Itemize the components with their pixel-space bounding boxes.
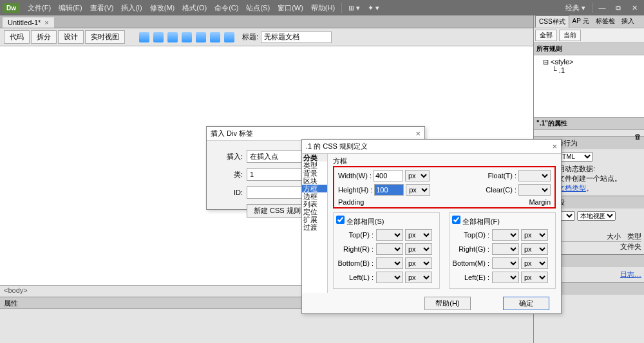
new-css-rule-button[interactable]: 新建 CSS 规则 — [247, 204, 308, 218]
padding-left-input[interactable] — [376, 272, 403, 283]
padding-same-checkbox[interactable]: 全部相同(S) — [336, 216, 437, 227]
tool-icon-4[interactable] — [182, 32, 192, 42]
view-code-button[interactable]: 代码 — [4, 30, 30, 44]
rules-tree[interactable]: ⊟ <style> └ .1 — [534, 55, 644, 117]
tab-current[interactable]: 当前 — [559, 30, 581, 41]
width-label: Width(W) : — [338, 172, 372, 180]
log-link[interactable]: 日志… — [620, 270, 641, 278]
menu-commands[interactable]: 命令(C) — [211, 2, 242, 14]
tree-style-node[interactable]: ⊟ <style> — [536, 58, 641, 66]
menu-file[interactable]: 文件(F) — [24, 2, 55, 14]
padding-right-unit[interactable]: px — [405, 243, 432, 255]
padding-bottom-unit[interactable]: px — [405, 257, 432, 269]
menu-edit[interactable]: 编辑(E) — [55, 2, 86, 14]
cat-position[interactable]: 定位 — [302, 208, 327, 216]
tool-icon-2[interactable] — [153, 32, 164, 42]
height-unit-select[interactable]: px — [406, 184, 430, 196]
float-label: Float(T) : — [488, 172, 516, 180]
tab-close-icon[interactable]: × — [44, 19, 48, 26]
clear-select[interactable] — [518, 184, 551, 196]
margin-group: 全部相同(F) Top(O) :px Right(G) :px Bottom(M… — [449, 212, 556, 289]
view-live-button[interactable]: 实时视图 — [85, 30, 125, 44]
tool-icon[interactable]: ✦ ▾ — [364, 3, 383, 14]
ok-button[interactable]: 确定 — [503, 297, 549, 310]
css-dialog-close-icon[interactable]: × — [552, 142, 557, 151]
cat-list[interactable]: 列表 — [302, 200, 327, 208]
cat-border[interactable]: 边框 — [302, 192, 327, 200]
title-input[interactable] — [261, 32, 332, 43]
id-label: ID: — [218, 189, 243, 196]
dialog-close-icon[interactable]: × — [415, 129, 421, 138]
margin-right-input[interactable] — [492, 243, 519, 255]
view-design-button[interactable]: 设计 — [58, 30, 84, 44]
css-dialog-titlebar[interactable]: .1 的 CSS 规则定义 × — [302, 140, 561, 154]
workspace-switcher[interactable]: 经典 ▾ — [562, 2, 589, 14]
menu-help[interactable]: 帮助(H) — [307, 2, 339, 14]
tag-breadcrumb[interactable]: <body> — [4, 286, 28, 294]
tool-icon-6[interactable] — [210, 32, 220, 42]
box-section-label: 方框 — [333, 156, 556, 166]
tool-icon-7[interactable] — [224, 32, 234, 42]
document-tab-label: Untitled-1* — [8, 19, 41, 26]
category-list[interactable]: 分类 类型 背景 区块 方框 边框 列表 定位 扩展 过渡 — [302, 154, 328, 293]
document-tab[interactable]: Untitled-1* × — [3, 17, 54, 28]
cat-block[interactable]: 区块 — [302, 177, 327, 185]
insert-label: 插入: — [218, 152, 243, 162]
padding-top-label: Top(P) : — [336, 231, 374, 239]
toolbar-icons — [139, 32, 234, 42]
layout-icon[interactable]: ⊞ ▾ — [345, 3, 364, 14]
menu-site[interactable]: 站点(S) — [242, 2, 274, 14]
tool-icon-5[interactable] — [196, 32, 206, 42]
tool-icon-3[interactable] — [167, 32, 178, 42]
margin-top-input[interactable] — [492, 229, 519, 241]
menu-window[interactable]: 窗口(W) — [274, 2, 307, 14]
tab-ap-elements[interactable]: AP 元 — [569, 15, 592, 28]
css-rule-dialog: .1 的 CSS 规则定义 × 分类 类型 背景 区块 方框 边框 列表 定位 … — [301, 139, 562, 314]
cat-transition[interactable]: 过渡 — [302, 223, 327, 231]
menu-modify[interactable]: 修改(M) — [146, 2, 179, 14]
menu-view[interactable]: 查看(V) — [86, 2, 118, 14]
tab-all[interactable]: 全部 — [535, 30, 557, 41]
margin-left-unit[interactable]: px — [521, 272, 548, 283]
padding-top-input[interactable] — [376, 229, 403, 241]
maximize-icon[interactable]: ⧉ — [611, 4, 625, 12]
height-label: Height(H) : — [338, 186, 372, 194]
css-subtabs: 全部 当前 — [534, 28, 644, 42]
minimize-icon[interactable]: — — [595, 4, 609, 12]
view-select[interactable]: 本地视图 — [577, 211, 616, 221]
padding-top-unit[interactable]: px — [405, 229, 432, 241]
margin-bottom-input[interactable] — [492, 257, 519, 269]
padding-right-label: Right(R) : — [336, 245, 374, 253]
padding-label: Padding — [338, 198, 364, 206]
tab-css-styles[interactable]: CSS样式 — [535, 15, 569, 28]
delete-rule-icon[interactable]: 🗑 — [634, 133, 641, 140]
help-button[interactable]: 帮助(H) — [424, 297, 471, 310]
menu-insert[interactable]: 插入(I) — [117, 2, 146, 14]
margin-same-checkbox[interactable]: 全部相同(F) — [452, 216, 553, 227]
tool-icon-1[interactable] — [139, 32, 149, 42]
tab-tag-inspector[interactable]: 标签检 — [592, 15, 618, 28]
margin-top-unit[interactable]: px — [521, 229, 548, 241]
cat-background[interactable]: 背景 — [302, 169, 327, 177]
margin-bottom-unit[interactable]: px — [521, 257, 548, 269]
tab-insert[interactable]: 插入 — [618, 15, 638, 28]
width-input[interactable] — [374, 170, 403, 181]
margin-left-input[interactable] — [492, 272, 519, 283]
float-select[interactable] — [518, 170, 551, 181]
padding-left-unit[interactable]: px — [405, 272, 432, 283]
menu-format[interactable]: 格式(O) — [178, 2, 211, 14]
cat-type[interactable]: 类型 — [302, 162, 327, 169]
tree-rule-node[interactable]: └ .1 — [536, 66, 641, 74]
doctype-link[interactable]: 文档类型 — [558, 184, 586, 192]
cat-box[interactable]: 方框 — [302, 185, 327, 192]
padding-right-input[interactable] — [376, 243, 403, 255]
padding-bottom-input[interactable] — [376, 257, 403, 269]
dialog-title: 插入 Div 标签 — [211, 129, 253, 138]
margin-right-label: Right(G) : — [452, 245, 489, 253]
cat-extensions[interactable]: 扩展 — [302, 216, 327, 223]
close-icon[interactable]: ✕ — [627, 4, 641, 12]
width-unit-select[interactable]: px — [405, 170, 430, 181]
height-input[interactable] — [374, 184, 404, 196]
view-split-button[interactable]: 拆分 — [31, 30, 57, 44]
margin-right-unit[interactable]: px — [521, 243, 548, 255]
